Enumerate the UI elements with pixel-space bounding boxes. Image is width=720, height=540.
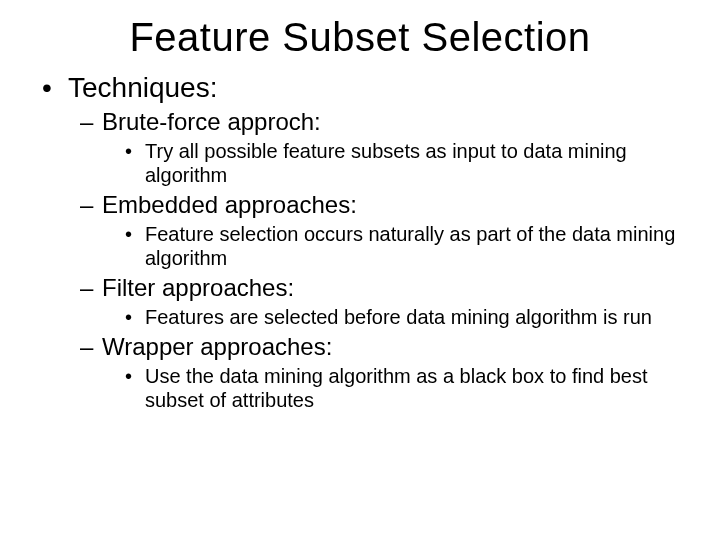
technique-detail: Feature selection occurs naturally as pa… — [125, 222, 690, 270]
technique-label: Filter approaches: — [80, 274, 690, 302]
technique-label: Embedded approaches: — [80, 191, 690, 219]
technique-label: Wrapper approaches: — [80, 333, 690, 361]
techniques-heading: Techniques: — [40, 72, 690, 104]
technique-detail: Features are selected before data mining… — [125, 305, 690, 329]
slide-title: Feature Subset Selection — [30, 15, 690, 60]
technique-label: Brute-force approch: — [80, 108, 690, 136]
technique-detail: Use the data mining algorithm as a black… — [125, 364, 690, 412]
technique-detail: Try all possible feature subsets as inpu… — [125, 139, 690, 187]
